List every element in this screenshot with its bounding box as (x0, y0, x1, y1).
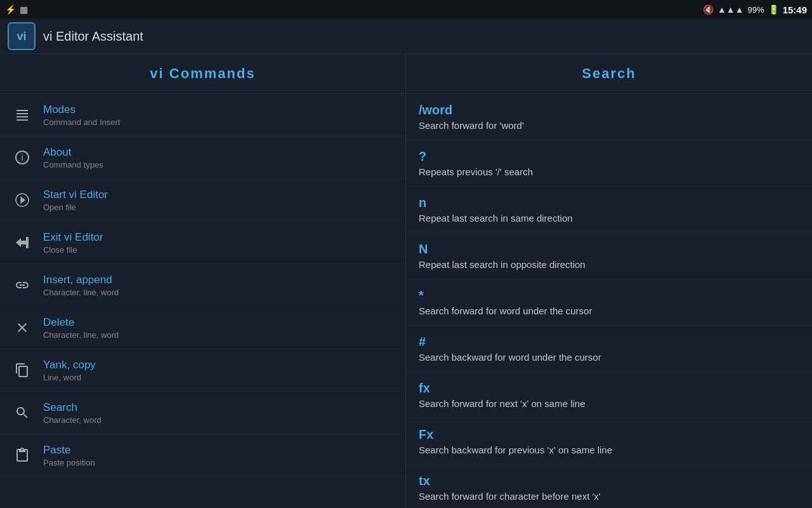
link-icon (10, 273, 34, 297)
app-header: vi vi Editor Assistant (0, 19, 812, 54)
insert-text: Insert, append Character, line, word (43, 274, 119, 297)
search-title: Search (43, 401, 102, 414)
left-panel: vi Commands Modes Command and Insert i A… (0, 54, 406, 508)
copy-icon (10, 358, 34, 382)
svg-rect-2 (16, 116, 28, 117)
search-item-question[interactable]: ? Repeats previous '/' search (406, 140, 812, 187)
battery-level: 99% (748, 5, 764, 15)
desc-n: Repeat last search in same direction (419, 213, 799, 224)
yank-title: Yank, copy (43, 359, 96, 371)
paste-subtitle: Paste position (43, 458, 95, 467)
start-editor-subtitle: Open file (43, 203, 108, 212)
status-bar: ⚡ ▦ 🔇 ▲▲▲ 99% 🔋 15:49 (0, 0, 812, 19)
desc-N: Repeat last search in opposite direction (419, 259, 799, 270)
signal-icon: ▲▲▲ (717, 4, 744, 15)
search-item-n[interactable]: n Repeat last search in same direction (406, 187, 812, 233)
desc-Fx: Search backward for previous 'x' on same… (419, 444, 799, 455)
start-editor-title: Start vi Editor (43, 189, 108, 201)
desc-asterisk: Search forward for word under the cursor (419, 305, 799, 316)
menu-item-paste[interactable]: Paste Paste position (0, 434, 405, 477)
delete-subtitle: Character, line, word (43, 330, 119, 340)
cmd-fx: fx (419, 381, 799, 396)
search-item-Fx[interactable]: Fx Search backward for previous 'x' on s… (406, 418, 812, 465)
exit-editor-subtitle: Close file (43, 245, 103, 255)
app-icon-label: vi (16, 30, 26, 43)
search-subtitle: Character, word (43, 415, 102, 425)
desc-question: Repeats previous '/' search (419, 166, 799, 177)
start-editor-text: Start vi Editor Open file (43, 189, 108, 212)
desc-fx: Search forward for next 'x' on same line (419, 398, 799, 409)
modes-title: Modes (43, 104, 120, 116)
search-item-fx[interactable]: fx Search forward for next 'x' on same l… (406, 372, 812, 418)
svg-rect-1 (16, 113, 28, 114)
clock: 15:49 (783, 4, 807, 15)
svg-rect-3 (16, 119, 28, 121)
delete-title: Delete (43, 316, 119, 329)
svg-rect-6 (26, 237, 29, 248)
left-panel-header: vi Commands (0, 54, 405, 94)
menu-item-start-editor[interactable]: Start vi Editor Open file (0, 179, 405, 222)
about-text: About Command types (43, 146, 103, 170)
exit-editor-title: Exit vi Editor (43, 231, 103, 244)
cmd-tx: tx (419, 474, 799, 488)
cmd-Fx: Fx (419, 427, 799, 442)
status-bar-left: ⚡ ▦ (5, 4, 28, 15)
play-icon (10, 188, 34, 212)
search-text: Search Character, word (43, 401, 102, 425)
exit-icon (10, 231, 34, 255)
desc-tx: Search forward for character before next… (419, 491, 799, 502)
search-item-tx[interactable]: tx Search forward for character before n… (406, 465, 812, 508)
search-item-hash[interactable]: # Search backward for word under the cur… (406, 326, 812, 372)
modes-text: Modes Command and Insert (43, 104, 120, 127)
paste-text: Paste Paste position (43, 444, 95, 467)
mute-icon: 🔇 (703, 4, 714, 15)
menu-item-exit-editor[interactable]: Exit vi Editor Close file (0, 222, 405, 264)
cmd-question: ? (419, 149, 799, 164)
search-item-asterisk[interactable]: * Search forward for word under the curs… (406, 279, 812, 326)
status-bar-right: 🔇 ▲▲▲ 99% 🔋 15:49 (703, 4, 807, 15)
main-content: vi Commands Modes Command and Insert i A… (0, 54, 812, 508)
right-panel-header: Search (406, 54, 812, 94)
menu-item-delete[interactable]: Delete Character, line, word (0, 307, 405, 349)
modes-subtitle: Command and Insert (43, 117, 120, 127)
yank-subtitle: Line, word (43, 373, 96, 382)
menu-item-modes[interactable]: Modes Command and Insert (0, 94, 405, 137)
cmd-slash-word: /word (419, 103, 799, 117)
about-title: About (43, 146, 103, 159)
svg-rect-0 (16, 110, 28, 111)
delete-text: Delete Character, line, word (43, 316, 119, 340)
exit-editor-text: Exit vi Editor Close file (43, 231, 103, 255)
menu-item-about[interactable]: i About Command types (0, 137, 405, 179)
menu-item-yank[interactable]: Yank, copy Line, word (0, 349, 405, 392)
list-icon (10, 103, 34, 127)
svg-text:i: i (21, 152, 23, 163)
desc-hash: Search backward for word under the curso… (419, 352, 799, 363)
delete-icon (10, 316, 34, 340)
menu-item-search[interactable]: Search Character, word (0, 392, 405, 434)
cmd-n: n (419, 196, 799, 210)
right-panel: Search /word Search forward for 'word' ?… (406, 54, 812, 508)
search-icon (10, 401, 34, 425)
yank-text: Yank, copy Line, word (43, 359, 96, 382)
calendar-icon: ▦ (20, 4, 28, 15)
left-panel-title: vi Commands (150, 65, 255, 81)
cmd-asterisk: * (419, 288, 799, 303)
insert-subtitle: Character, line, word (43, 288, 119, 297)
usb-icon: ⚡ (5, 4, 16, 15)
desc-slash-word: Search forward for 'word' (419, 120, 799, 131)
about-subtitle: Command types (43, 160, 103, 170)
app-title: vi Editor Assistant (43, 29, 143, 44)
right-panel-title: Search (582, 65, 636, 81)
cmd-hash: # (419, 335, 799, 349)
info-icon: i (10, 145, 34, 170)
search-item-slash-word[interactable]: /word Search forward for 'word' (406, 94, 812, 140)
paste-icon (10, 443, 34, 467)
cmd-N: N (419, 242, 799, 257)
paste-title: Paste (43, 444, 95, 457)
battery-icon: 🔋 (768, 4, 779, 15)
insert-title: Insert, append (43, 274, 119, 286)
app-icon-box: vi (8, 22, 36, 50)
menu-item-insert[interactable]: Insert, append Character, line, word (0, 264, 405, 307)
search-item-N[interactable]: N Repeat last search in opposite directi… (406, 233, 812, 279)
